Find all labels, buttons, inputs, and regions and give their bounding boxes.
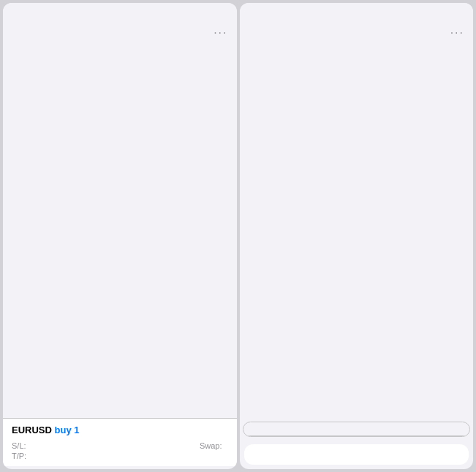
right-positions-menu[interactable]: ···: [450, 26, 464, 39]
left-account-info: [3, 15, 237, 22]
right-positions-header: ···: [240, 22, 474, 42]
tp-label: T/P:: [12, 452, 26, 460]
right-panel: ···: [240, 3, 474, 469]
left-positions-list: [3, 42, 237, 418]
sl-label: S/L:: [12, 441, 26, 450]
bulk-modal: [243, 422, 471, 437]
left-panel-header: [3, 3, 237, 15]
left-panel: ··· EURUSD buy 1 S/L:: [3, 3, 237, 469]
right-panel-header: [240, 3, 474, 15]
cancel-button[interactable]: [244, 444, 469, 465]
left-positions-header: ···: [3, 22, 237, 42]
swap-label: Swap:: [200, 441, 222, 450]
right-account-info: [240, 15, 474, 22]
detail-symbol: EURUSD buy 1: [12, 425, 79, 435]
right-positions-list: [240, 42, 474, 419]
left-positions-menu[interactable]: ···: [214, 26, 227, 39]
left-position-detail: EURUSD buy 1 S/L: T/P:: [3, 418, 237, 466]
bulk-modal-header: [243, 422, 470, 436]
